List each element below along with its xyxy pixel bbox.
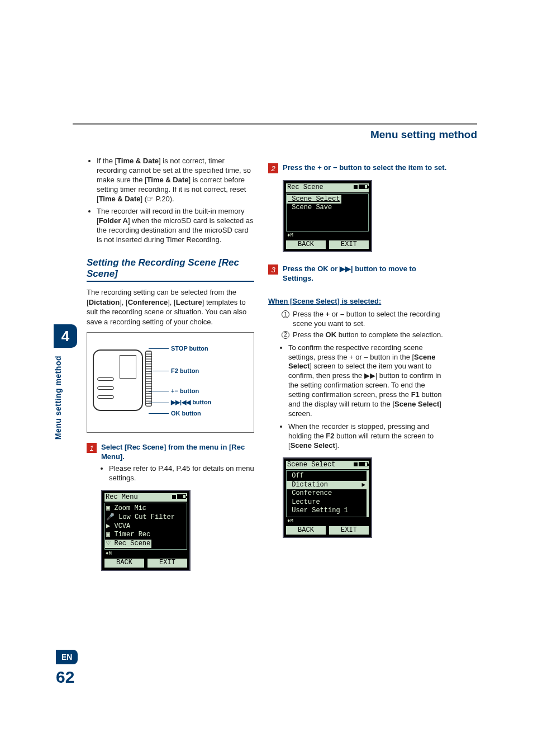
device-diagram: STOP button F2 button +− button ▶▶|◀◀ bu… — [87, 332, 254, 433]
left-column: If the [Time & Date] is not correct, tim… — [87, 157, 254, 574]
battery-icon — [172, 493, 186, 502]
lcd1-title: Rec Menu — [106, 493, 138, 502]
step-1-number: 1 — [87, 443, 97, 453]
step-2: 2 Press the + or − button to select the … — [268, 163, 447, 173]
step-2-number: 2 — [268, 163, 278, 173]
section-intro: The recording setting can be selected fr… — [87, 287, 254, 327]
sidebar-section-label: Menu setting method — [54, 356, 63, 440]
lcd3-row: Lecture — [287, 498, 367, 507]
lcd1-highlight: ♡ Rec Scene — [105, 540, 151, 549]
lcd1-row: 🎤 Low Cut Filter — [105, 513, 187, 522]
section-title-rec-scene: Setting the Recording Scene [Rec Scene] — [87, 257, 254, 282]
callout-skip-buttons: ▶▶|◀◀ button — [171, 399, 211, 406]
step-3: 3 Press the OK or ▶▶| button to move to … — [268, 264, 447, 284]
battery-icon — [354, 461, 368, 470]
lcd-rec-scene: Rec Scene Scene Select Scene Save ♦M BAC… — [283, 180, 372, 252]
circle-2-icon: 2 — [282, 331, 289, 339]
lcd3-row: Conference — [287, 489, 367, 498]
lcd3-exit-button: EXIT — [329, 526, 369, 535]
lcd-rec-menu: Rec Menu ▣ Zoom Mic 🎤 Low Cut Filter ▶ V… — [101, 490, 191, 571]
sidebar: 4 Menu setting method — [54, 324, 77, 440]
numbered-list: 1 Press the + or – button to select the … — [268, 310, 447, 340]
step-1-sub-item: Please refer to P.44, P.45 for details o… — [109, 464, 254, 483]
lcd2-back-button: BACK — [286, 240, 326, 249]
callout-stop-button: STOP button — [171, 345, 208, 352]
note-time-date: If the [Time & Date] is not correct, tim… — [97, 157, 254, 204]
bullet-confirm-scene: To confirm the respective recording scen… — [288, 343, 447, 419]
bullet-f2-hold: When the recorder is stopped, pressing a… — [288, 422, 447, 451]
lcd2-highlight: Scene Select — [287, 195, 341, 204]
bullet-list-right: To confirm the respective recording scen… — [268, 343, 447, 451]
lcd1-exit-button: EXIT — [147, 559, 187, 568]
lcd1-row: ▣ Zoom Mic — [105, 504, 187, 513]
page-title: Menu setting method — [370, 129, 477, 141]
lcd1-row: ▶ VCVA — [105, 522, 187, 531]
numbered-item-2: 2 Press the OK button to complete the se… — [282, 330, 447, 340]
battery-icon — [354, 183, 368, 192]
lcd3-row: User Setting 1 — [287, 507, 367, 516]
header-rule — [73, 123, 477, 125]
callout-plus-minus-button: +− button — [171, 388, 199, 394]
notes-list: If the [Time & Date] is not correct, tim… — [87, 157, 254, 245]
language-badge: EN — [56, 650, 78, 664]
lcd2-row: Scene Save — [287, 204, 368, 212]
step-3-text: Press the OK or ▶▶| button to move to Se… — [283, 264, 447, 284]
callout-ok-button: OK button — [171, 410, 201, 417]
chevron-right-icon: ▶ — [361, 481, 365, 490]
lcd-scene-select: Scene Select Off Dictation▶ Conference L… — [283, 457, 372, 538]
step-1: 1 Select [Rec Scene] from the menu in [R… — [87, 443, 254, 462]
lcd1-back-button: BACK — [104, 559, 144, 568]
right-column: 2 Press the + or − button to select the … — [268, 157, 447, 541]
step-1-text: Select [Rec Scene] from the menu in [Rec… — [101, 443, 254, 462]
lcd3-title: Scene Select — [287, 461, 335, 470]
lcd3-row: Off — [287, 472, 367, 481]
step-3-number: 3 — [268, 264, 278, 275]
lcd3-back-button: BACK — [286, 526, 326, 535]
device-outline — [93, 344, 154, 422]
callout-f2-button: F2 button — [171, 367, 199, 374]
numbered-item-1: 1 Press the + or – button to select the … — [282, 310, 447, 329]
chapter-number: 4 — [54, 324, 77, 348]
when-scene-select-title: When [Scene Select] is selected: — [268, 297, 447, 305]
step-2-text: Press the + or − button to select the it… — [283, 163, 446, 173]
note-folder-a: The recorder will record in the built-in… — [97, 207, 254, 245]
step-1-sub: Please refer to P.44, P.45 for details o… — [87, 464, 254, 483]
circle-1-icon: 1 — [282, 310, 289, 318]
lcd1-row: ▣ Timer Rec — [105, 531, 187, 540]
lcd2-exit-button: EXIT — [329, 240, 369, 249]
page-number: 62 — [56, 668, 74, 687]
lcd2-title: Rec Scene — [287, 183, 323, 192]
lcd3-highlight: Dictation▶ — [287, 481, 367, 490]
